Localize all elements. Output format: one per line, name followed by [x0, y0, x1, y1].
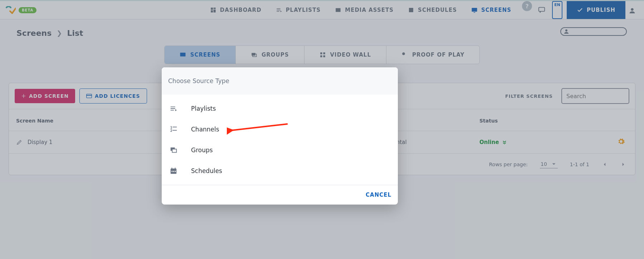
- svg-rect-27: [173, 171, 174, 172]
- modal-title: Choose Source Type: [162, 67, 398, 95]
- groups-icon: [168, 146, 179, 154]
- playlist-icon: [168, 105, 179, 112]
- svg-rect-19: [172, 130, 177, 131]
- svg-rect-21: [172, 149, 176, 152]
- cancel-button[interactable]: CANCEL: [366, 192, 391, 198]
- svg-text:2: 2: [170, 129, 172, 133]
- svg-rect-24: [172, 168, 172, 169]
- modal-item-playlists[interactable]: Playlists: [162, 98, 398, 119]
- modal-item-schedules[interactable]: Schedules: [162, 160, 398, 181]
- modal-item-label: Playlists: [191, 105, 216, 112]
- modal-item-groups[interactable]: Groups: [162, 140, 398, 160]
- channels-icon: 12: [168, 125, 179, 133]
- svg-rect-25: [175, 168, 176, 169]
- svg-rect-26: [172, 171, 173, 172]
- svg-rect-28: [175, 171, 176, 172]
- svg-rect-17: [172, 127, 177, 128]
- modal-item-label: Schedules: [191, 167, 222, 174]
- modal-item-label: Groups: [191, 147, 213, 154]
- choose-source-modal: Choose Source Type Playlists 12 Channels…: [162, 67, 398, 205]
- modal-item-label: Channels: [191, 126, 219, 133]
- schedule-icon: [168, 167, 179, 175]
- modal-item-channels[interactable]: 12 Channels: [162, 119, 398, 140]
